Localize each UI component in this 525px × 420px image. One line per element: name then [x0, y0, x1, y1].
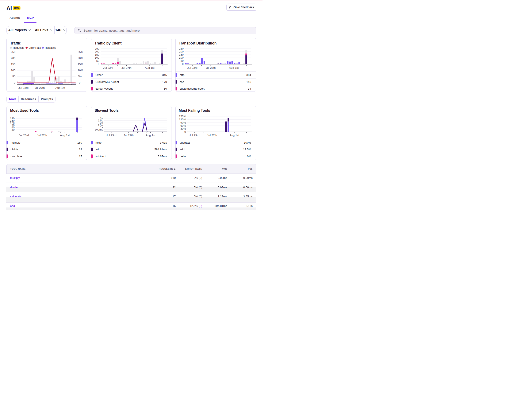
svg-text:60%: 60%	[180, 124, 186, 127]
svg-text:250: 250	[11, 50, 15, 53]
svg-text:100: 100	[179, 56, 184, 59]
svg-text:0%: 0%	[247, 155, 251, 158]
svg-text:cursor-vscode: cursor-vscode	[96, 87, 113, 90]
svg-text:hello: hello	[180, 155, 186, 158]
svg-text:0: 0	[79, 81, 80, 84]
svg-text:50: 50	[181, 59, 184, 62]
svg-text:Jul 23rd: Jul 23rd	[106, 134, 116, 137]
svg-text:Jul 27th: Jul 27th	[207, 134, 217, 137]
svg-text:Jul 27th: Jul 27th	[122, 66, 131, 69]
svg-text:30%: 30%	[180, 127, 186, 130]
svg-text:Traffic: Traffic	[10, 41, 21, 45]
svg-text:hello: hello	[96, 141, 102, 144]
svg-text:25%: 25%	[78, 50, 83, 53]
svg-text:17: 17	[79, 155, 82, 158]
svg-text:50: 50	[12, 75, 15, 78]
svg-text:150: 150	[179, 53, 184, 56]
svg-text:Traffic by Client: Traffic by Client	[94, 41, 122, 45]
svg-text:0: 0	[98, 62, 99, 65]
svg-text:Jul 23rd: Jul 23rd	[189, 134, 199, 137]
svg-text:calculate: calculate	[11, 155, 22, 158]
svg-text:0: 0	[184, 130, 186, 133]
svg-text:divide: divide	[11, 148, 18, 151]
svg-text:15%: 15%	[78, 62, 83, 65]
svg-text:345: 345	[162, 73, 167, 77]
svg-text:90%: 90%	[180, 121, 186, 124]
svg-text:384: 384	[246, 73, 251, 77]
svg-text:5%: 5%	[78, 75, 82, 78]
svg-text:32: 32	[79, 148, 82, 151]
svg-text:250: 250	[95, 47, 99, 50]
svg-text:Transport Distribution: Transport Distribution	[179, 41, 216, 45]
svg-text:CustomMCPClient: CustomMCPClient	[96, 80, 119, 83]
svg-text:250: 250	[179, 47, 184, 50]
svg-text:0: 0	[182, 62, 184, 65]
svg-text:30: 30	[12, 128, 15, 131]
svg-text:60: 60	[164, 87, 167, 90]
svg-text:Most Used Tools: Most Used Tools	[10, 108, 39, 113]
svg-text:20%: 20%	[78, 56, 83, 59]
svg-text:170: 170	[162, 80, 167, 83]
svg-text:Jul 27th: Jul 27th	[124, 134, 134, 137]
svg-text:12.5%: 12.5%	[243, 148, 251, 151]
svg-text:50: 50	[96, 59, 99, 62]
svg-text:10%: 10%	[78, 69, 83, 72]
svg-text:Aug 1st: Aug 1st	[230, 134, 239, 137]
svg-text:150%: 150%	[179, 115, 186, 118]
svg-text:Jul 23rd: Jul 23rd	[103, 66, 113, 69]
svg-text:Releases: Releases	[45, 46, 56, 49]
svg-text:multiply: multiply	[11, 141, 20, 144]
svg-text:Other: Other	[96, 73, 103, 77]
svg-text:100: 100	[11, 69, 15, 72]
svg-text:customssetransport: customssetransport	[180, 87, 205, 90]
svg-text:200: 200	[11, 56, 15, 59]
svg-text:Aug 1st: Aug 1st	[60, 134, 70, 137]
svg-text:Most Failing Tools: Most Failing Tools	[179, 108, 210, 113]
svg-text:Aug 1st: Aug 1st	[145, 66, 154, 69]
svg-text:Aug 1st: Aug 1st	[229, 66, 239, 69]
svg-text:Jul 27th: Jul 27th	[37, 134, 47, 137]
svg-text:Jul 27th: Jul 27th	[206, 66, 216, 69]
svg-text:150: 150	[95, 53, 99, 56]
svg-text:3.01s: 3.01s	[160, 141, 167, 144]
svg-text:http: http	[180, 73, 185, 77]
svg-text:Jul 27th: Jul 27th	[35, 86, 45, 89]
svg-text:sse: sse	[180, 80, 184, 83]
svg-text:0: 0	[14, 81, 15, 84]
svg-text:120%: 120%	[179, 118, 186, 121]
svg-text:34: 34	[248, 87, 251, 90]
svg-text:Jul 23rd: Jul 23rd	[19, 134, 29, 137]
svg-text:500ms: 500ms	[95, 128, 103, 131]
svg-text:5.67ms: 5.67ms	[158, 155, 167, 158]
svg-text:Aug 1st: Aug 1st	[56, 86, 65, 89]
svg-text:add: add	[180, 148, 185, 151]
svg-text:subtract: subtract	[96, 155, 106, 158]
svg-text:140: 140	[246, 80, 251, 83]
svg-text:add: add	[96, 148, 100, 151]
svg-text:Jul 23rd: Jul 23rd	[18, 86, 28, 89]
svg-text:Jul 23rd: Jul 23rd	[188, 66, 197, 69]
svg-text:Error Rate: Error Rate	[29, 46, 41, 49]
svg-text:160: 160	[77, 141, 82, 144]
svg-text:150: 150	[11, 62, 15, 65]
svg-text:100%: 100%	[244, 141, 251, 144]
svg-text:Slowest Tools: Slowest Tools	[94, 108, 119, 113]
svg-text:subtract: subtract	[180, 141, 190, 144]
svg-text:200: 200	[179, 50, 184, 53]
svg-text:594.81ms: 594.81ms	[154, 148, 167, 151]
svg-text:Requests: Requests	[13, 46, 24, 49]
svg-text:Aug 1st: Aug 1st	[146, 134, 156, 137]
svg-text:200: 200	[95, 50, 99, 53]
svg-text:100: 100	[95, 56, 99, 59]
